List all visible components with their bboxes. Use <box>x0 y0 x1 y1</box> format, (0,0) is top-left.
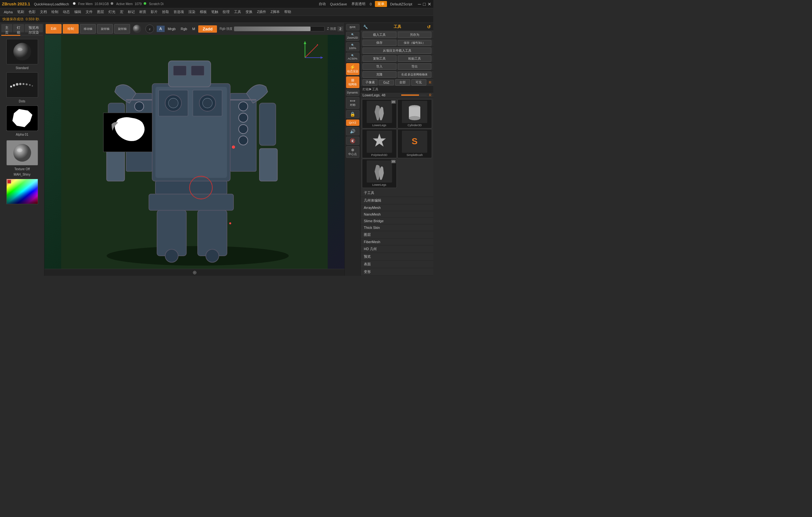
project-name[interactable]: QuickHeavyLoadMech <box>33 2 70 7</box>
brush-preview[interactable] <box>6 39 38 64</box>
draw-btn[interactable]: 绘制 <box>63 24 79 34</box>
menu-template[interactable]: 模板 <box>198 9 209 15</box>
dynamic2-btn[interactable]: Dynamic <box>346 89 359 96</box>
canvas-viewport[interactable] <box>45 35 345 269</box>
alpha-preview[interactable] <box>6 105 38 131</box>
zoom2d-btn[interactable]: 🔍 Zoom2D <box>346 32 359 41</box>
tool-deform[interactable]: 变形 <box>360 268 433 276</box>
ditu-btn[interactable]: ⊞ 地网格 <box>346 77 359 88</box>
tab-preview[interactable]: 预览布尔渲染 <box>25 24 43 32</box>
menu-dynamic[interactable]: 动态 <box>61 9 72 15</box>
xyz-btn[interactable]: QxYZ <box>346 120 359 126</box>
move-btn[interactable]: 移动轴 <box>80 24 96 34</box>
tool-arraymesh[interactable]: ArrayMesh <box>360 205 433 211</box>
polymesh-btn[interactable]: 生成 多边形网格物体 <box>398 72 432 78</box>
menu-stroke[interactable]: 笔触 <box>209 9 220 15</box>
tool-hdgeo[interactable]: HD 几何 <box>360 245 433 253</box>
dynamic-render-btn[interactable]: ⚡ 动态渲染 <box>346 63 359 75</box>
color-picker[interactable] <box>6 179 38 204</box>
mode-btn[interactable]: 自动 <box>318 1 327 7</box>
goz-btn[interactable]: GoZ <box>379 80 394 85</box>
tool-thickskin[interactable]: Thick Skin <box>360 224 433 231</box>
mesh-item-simplebrush[interactable]: S SimpleBrush <box>398 129 432 158</box>
savenum-btn[interactable]: 保存（编号加1） <box>398 40 432 46</box>
rgb-strength-slider[interactable] <box>234 26 324 31</box>
mesh-item-lowerlegs1[interactable]: 15 LowerLegs <box>362 99 397 128</box>
speaker1-btn[interactable]: 🔊 <box>346 127 359 135</box>
mesh-item-polymesh[interactable]: PolyMesh3D <box>362 129 397 158</box>
menu-movie[interactable]: 影片 <box>149 9 160 15</box>
menu-light[interactable]: 灯光 <box>107 9 117 15</box>
menu-texture[interactable]: 纹理 <box>221 9 232 15</box>
menu-layers[interactable]: 图层 <box>95 9 106 15</box>
mesh-item-lowerlegs2[interactable]: 15 LowerLegs <box>362 159 397 188</box>
menu-marker[interactable]: 标记 <box>126 9 137 15</box>
tool-slimebridge[interactable]: Slime Bridge <box>360 218 433 224</box>
menu-color[interactable]: 色彩 <box>27 9 37 15</box>
menu-file[interactable]: 文件 <box>84 9 94 15</box>
minimize-icon[interactable]: ─ <box>418 2 421 7</box>
tool-slider[interactable] <box>401 94 427 96</box>
load-tool-btn[interactable]: 载入工具 <box>362 32 397 38</box>
lock-btn[interactable]: 🔒 <box>346 110 359 118</box>
quicksave-btn[interactable]: QuickSave <box>329 2 348 7</box>
speaker2-btn[interactable]: 🔇 <box>346 136 359 145</box>
foreground-color[interactable] <box>7 180 11 184</box>
visible-btn[interactable]: 可见 <box>411 79 426 86</box>
menu-zplugin[interactable]: Z插件 <box>255 9 268 15</box>
zscript-btn[interactable]: DefaultZScript <box>389 2 414 7</box>
ac50-btn[interactable]: 🔍 AC50% <box>346 53 359 62</box>
bpr-btn[interactable]: BPR <box>346 24 359 30</box>
tool-geoedit[interactable]: 几何体编辑 <box>360 197 433 205</box>
a-btn[interactable]: A <box>157 26 165 32</box>
rotate-btn[interactable]: 旋转轴 <box>114 24 130 34</box>
zbrush-logo-btn[interactable]: Z <box>144 24 155 34</box>
tool-layers[interactable]: 图层 <box>360 231 433 239</box>
transparent-value[interactable]: 0 <box>369 2 373 7</box>
tool-surface[interactable]: 表面 <box>360 261 433 268</box>
mrgb-btn[interactable]: Mrgb <box>166 26 178 31</box>
clone-btn[interactable]: 克隆 <box>362 71 397 78</box>
menu-material[interactable]: 材质 <box>137 9 148 15</box>
menu-macro[interactable]: 宏 <box>118 9 125 15</box>
copy-tool-btn[interactable]: 复制工具 <box>362 56 397 62</box>
close-icon[interactable]: ✕ <box>428 2 431 7</box>
menu-zscript[interactable]: Z脚本 <box>269 9 282 15</box>
menu-help[interactable]: 帮助 <box>282 9 293 15</box>
saveas-btn[interactable]: 另存为 <box>398 32 432 38</box>
m-btn[interactable]: M <box>190 26 197 31</box>
menu-alpha[interactable]: Alpha <box>2 9 14 14</box>
load-project-btn[interactable]: 从项目文件载入工具 <box>362 48 431 54</box>
tool-fibermesh[interactable]: FiberMesh <box>360 239 433 245</box>
menu-brush[interactable]: 笔刷 <box>15 9 26 15</box>
right-panel-scroll[interactable]: 载入工具 另存为 保存 保存（编号加1） 从项目文件载入工具 复制工具 粘贴工具… <box>360 31 433 276</box>
tool-nanomesh[interactable]: NanoMesh <box>360 211 433 218</box>
menu-btn[interactable]: 菜单 <box>375 1 387 7</box>
menu-transform[interactable]: 变换 <box>243 9 254 15</box>
export-btn[interactable]: 导出 <box>398 63 432 70</box>
texture-preview[interactable] <box>6 140 38 165</box>
mesh-item-cylinder[interactable]: Cylinder3D <box>398 99 432 128</box>
z-strength-value[interactable]: 2 <box>338 26 343 31</box>
rgb-btn[interactable]: Rgb <box>179 26 189 31</box>
zadd-btn[interactable]: Zadd <box>198 25 217 33</box>
all-btn[interactable]: 全部 <box>395 79 410 86</box>
menu-edit[interactable]: 编辑 <box>72 9 83 15</box>
maximize-icon[interactable]: □ <box>423 2 426 7</box>
paste-tool-btn[interactable]: 粘贴工具 <box>398 56 432 62</box>
menu-doc[interactable]: 文档 <box>38 9 49 15</box>
menu-pickup[interactable]: 拾取 <box>160 9 171 15</box>
import-btn[interactable]: 导入 <box>362 63 397 70</box>
tab-lightbox[interactable]: 灯箱 <box>13 24 24 32</box>
menu-draw[interactable]: 绘制 <box>50 9 60 15</box>
sphere-preview-btn[interactable] <box>131 24 143 34</box>
zoom-value-btn[interactable]: 🔍 100% <box>346 42 359 51</box>
midpoint-btn[interactable]: ⊕ 中心点 <box>346 146 359 158</box>
menu-render[interactable]: 渲染 <box>186 9 197 15</box>
menu-prefs[interactable]: 首选项 <box>172 9 186 15</box>
stroke-preview[interactable] <box>6 72 38 98</box>
tab-home[interactable]: 主页 <box>1 24 12 32</box>
save-btn[interactable]: 保存 <box>362 40 397 46</box>
tool-subtool[interactable]: 子工具 <box>360 189 433 197</box>
duicheng-btn[interactable]: ⟺ 对称 <box>346 97 359 109</box>
